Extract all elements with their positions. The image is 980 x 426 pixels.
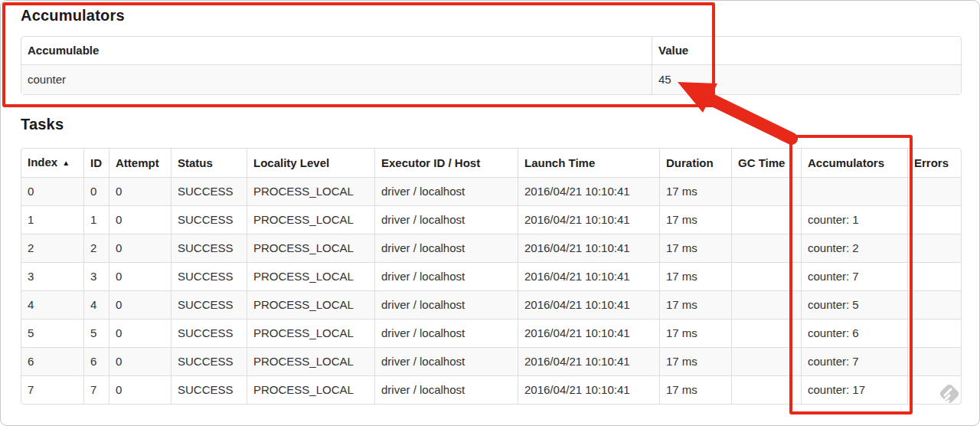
- cell-duration: 17 ms: [659, 319, 731, 347]
- column-header-attempt[interactable]: Attempt: [109, 149, 171, 177]
- cell-status: SUCCESS: [171, 290, 247, 319]
- cell-errors: [907, 347, 961, 375]
- cell-id: 0: [83, 177, 109, 205]
- cell-status: SUCCESS: [171, 319, 247, 347]
- cell-locality_level: PROCESS_LOCAL: [247, 375, 374, 404]
- cell-attempt: 0: [109, 177, 171, 205]
- column-header-accumulable: Accumulable: [21, 37, 652, 64]
- cell-executor_id_host: driver / localhost: [374, 319, 518, 347]
- column-header-index[interactable]: Index▲: [21, 149, 83, 177]
- cell-index: 1: [21, 205, 83, 234]
- column-header-label: Index: [28, 156, 57, 169]
- cell-gc_time: [731, 290, 801, 319]
- table-row: 550SUCCESSPROCESS_LOCALdriver / localhos…: [21, 319, 961, 347]
- table-row: 330SUCCESSPROCESS_LOCALdriver / localhos…: [21, 262, 961, 290]
- cell-duration: 17 ms: [659, 290, 731, 319]
- cell-attempt: 0: [109, 375, 171, 404]
- cell-gc_time: [731, 234, 801, 262]
- cell-status: SUCCESS: [171, 177, 247, 205]
- table-row: 220SUCCESSPROCESS_LOCALdriver / localhos…: [21, 234, 961, 262]
- cell-executor_id_host: driver / localhost: [374, 234, 518, 262]
- cell-executor_id_host: driver / localhost: [374, 205, 518, 234]
- cell-launch_time: 2016/04/21 10:10:41: [518, 205, 659, 234]
- cell-attempt: 0: [109, 319, 171, 347]
- cell-launch_time: 2016/04/21 10:10:41: [518, 347, 659, 375]
- table-row: 110SUCCESSPROCESS_LOCALdriver / localhos…: [21, 205, 961, 234]
- accumulators-table: Accumulable Value counter 45: [21, 36, 962, 95]
- cell-launch_time: 2016/04/21 10:10:41: [518, 177, 659, 205]
- cell-launch_time: 2016/04/21 10:10:41: [518, 375, 659, 404]
- cell-accumulators: counter: 5: [801, 290, 907, 319]
- cell-gc_time: [731, 177, 801, 205]
- column-header-id[interactable]: ID: [83, 149, 109, 177]
- column-header-duration[interactable]: Duration: [659, 149, 731, 177]
- column-header-errors[interactable]: Errors: [907, 149, 961, 177]
- column-header-label: Duration: [666, 156, 714, 169]
- column-header-label: Status: [178, 156, 213, 169]
- cell-id: 6: [83, 347, 109, 375]
- cell-gc_time: [731, 319, 801, 347]
- cell-status: SUCCESS: [171, 347, 247, 375]
- cell-status: SUCCESS: [171, 375, 247, 404]
- cell-index: 6: [21, 347, 83, 375]
- tasks-section-title: Tasks: [21, 116, 64, 133]
- cell-locality_level: PROCESS_LOCAL: [247, 262, 374, 290]
- cell-status: SUCCESS: [171, 262, 247, 290]
- column-header-label: Launch Time: [524, 156, 595, 169]
- table-header-row: Index▲IDAttemptStatusLocality LevelExecu…: [21, 149, 961, 177]
- cell-accumulable: counter: [21, 64, 652, 94]
- cell-locality_level: PROCESS_LOCAL: [247, 319, 374, 347]
- column-header-label: Accumulators: [808, 156, 884, 169]
- cell-duration: 17 ms: [659, 347, 731, 375]
- cell-executor_id_host: driver / localhost: [374, 290, 518, 319]
- cell-duration: 17 ms: [659, 177, 731, 205]
- cell-executor_id_host: driver / localhost: [374, 177, 518, 205]
- cell-errors: [907, 290, 961, 319]
- cell-index: 7: [21, 375, 83, 404]
- column-header-label: ID: [90, 156, 102, 169]
- cell-attempt: 0: [109, 290, 171, 319]
- table-row: counter 45: [21, 64, 961, 94]
- cell-id: 7: [83, 375, 109, 404]
- column-header-status[interactable]: Status: [171, 149, 247, 177]
- table-row: 660SUCCESSPROCESS_LOCALdriver / localhos…: [21, 347, 961, 375]
- cell-launch_time: 2016/04/21 10:10:41: [518, 234, 659, 262]
- cell-accumulators: [801, 177, 907, 205]
- cell-executor_id_host: driver / localhost: [374, 375, 518, 404]
- cell-accumulators: counter: 2: [801, 234, 907, 262]
- cell-accumulators: counter: 17: [801, 375, 907, 404]
- cell-errors: [907, 234, 961, 262]
- accumulators-section-title: Accumulators: [21, 7, 125, 25]
- cell-value: 45: [652, 64, 961, 94]
- column-header-executor_id_host[interactable]: Executor ID / Host: [374, 149, 518, 177]
- column-header-gc_time[interactable]: GC Time: [731, 149, 801, 177]
- cell-status: SUCCESS: [171, 234, 247, 262]
- cell-locality_level: PROCESS_LOCAL: [247, 290, 374, 319]
- column-header-locality_level[interactable]: Locality Level: [247, 149, 374, 177]
- cell-id: 5: [83, 319, 109, 347]
- cell-locality_level: PROCESS_LOCAL: [247, 347, 374, 375]
- cell-accumulators: counter: 7: [801, 347, 907, 375]
- cell-launch_time: 2016/04/21 10:10:41: [518, 290, 659, 319]
- cell-id: 1: [83, 205, 109, 234]
- cell-index: 3: [21, 262, 83, 290]
- column-header-launch_time[interactable]: Launch Time: [518, 149, 659, 177]
- cell-errors: [907, 205, 961, 234]
- cell-duration: 17 ms: [659, 205, 731, 234]
- cell-errors: [907, 262, 961, 290]
- column-header-label: Executor ID / Host: [381, 156, 480, 169]
- cell-launch_time: 2016/04/21 10:10:41: [518, 319, 659, 347]
- cell-id: 4: [83, 290, 109, 319]
- column-header-accumulators[interactable]: Accumulators: [801, 149, 907, 177]
- table-row: 770SUCCESSPROCESS_LOCALdriver / localhos…: [21, 375, 961, 404]
- cell-id: 2: [83, 234, 109, 262]
- cell-duration: 17 ms: [659, 375, 731, 404]
- cell-attempt: 0: [109, 234, 171, 262]
- cell-accumulators: counter: 6: [801, 319, 907, 347]
- cell-accumulators: counter: 1: [801, 205, 907, 234]
- cell-errors: [907, 319, 961, 347]
- cell-executor_id_host: driver / localhost: [374, 262, 518, 290]
- cell-accumulators: counter: 7: [801, 262, 907, 290]
- cell-index: 5: [21, 319, 83, 347]
- cell-attempt: 0: [109, 205, 171, 234]
